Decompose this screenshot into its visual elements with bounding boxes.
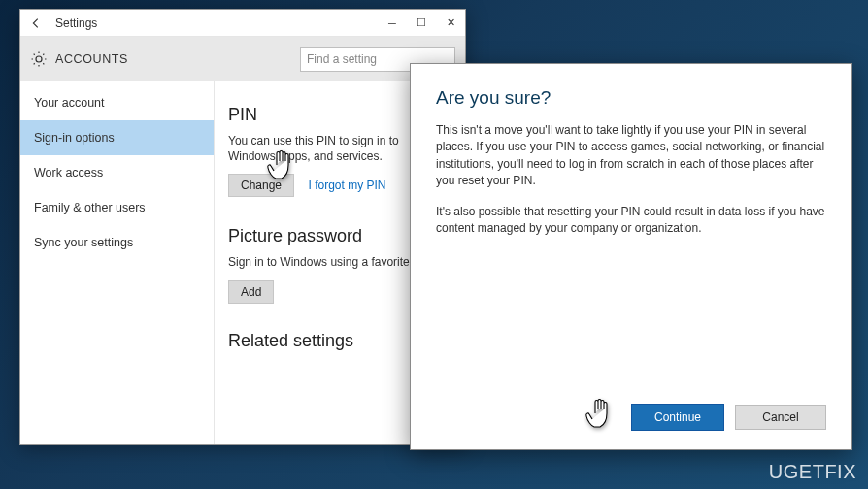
window-title: Settings [55, 16, 97, 30]
dialog-paragraph-1: This isn't a move you'll want to take li… [436, 122, 826, 190]
forgot-pin-link[interactable]: I forgot my PIN [309, 179, 386, 192]
header-bar: ACCOUNTS Find a setting [20, 37, 465, 82]
minimize-button[interactable]: ─ [378, 10, 407, 37]
back-button[interactable] [20, 10, 51, 37]
body-split: Your account Sign-in options Work access… [20, 82, 465, 444]
sidebar-item-sync-settings[interactable]: Sync your settings [20, 225, 214, 260]
confirm-dialog: Are you sure? This isn't a move you'll w… [410, 63, 852, 450]
settings-window: Settings ─ ☐ ✕ ACCOUNTS Find a setting Y… [19, 9, 466, 445]
dialog-button-row: Continue Cancel [436, 405, 826, 434]
dialog-title: Are you sure? [436, 87, 826, 109]
watermark: UGETFIX [769, 461, 856, 483]
sidebar: Your account Sign-in options Work access… [20, 82, 215, 444]
search-placeholder: Find a setting [307, 52, 377, 66]
continue-button[interactable]: Continue [632, 405, 723, 430]
cancel-button[interactable]: Cancel [735, 405, 826, 430]
add-button[interactable]: Add [228, 280, 274, 304]
sidebar-item-family-other-users[interactable]: Family & other users [20, 190, 214, 225]
dialog-paragraph-2: It's also possible that resetting your P… [436, 204, 826, 238]
gear-icon [30, 50, 48, 68]
sidebar-item-work-access[interactable]: Work access [20, 155, 214, 190]
sidebar-item-signin-options[interactable]: Sign-in options [20, 120, 214, 155]
titlebar: Settings ─ ☐ ✕ [20, 10, 465, 37]
change-button[interactable]: Change [228, 174, 294, 197]
maximize-button[interactable]: ☐ [407, 10, 436, 37]
accounts-label: ACCOUNTS [55, 52, 128, 66]
close-button[interactable]: ✕ [436, 10, 465, 37]
sidebar-item-your-account[interactable]: Your account [20, 85, 214, 120]
